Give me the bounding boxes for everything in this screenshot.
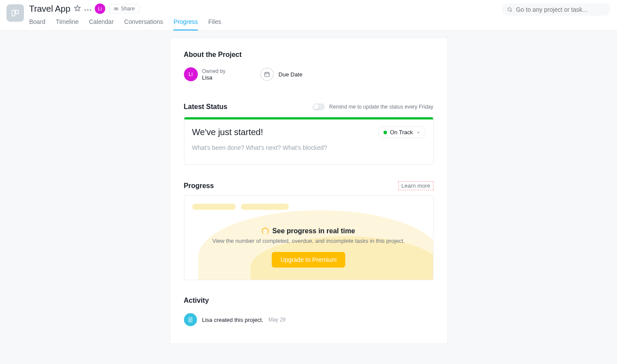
svg-line-9 [510,10,512,12]
svg-point-8 [508,8,511,11]
svg-point-6 [114,8,116,9]
reminder-row: Remind me to update the status every Fri… [313,103,433,110]
due-date-block[interactable]: Due Date [260,67,303,81]
svg-rect-10 [264,73,269,76]
tab-board[interactable]: Board [29,18,45,30]
main-card: About the Project Li Owned by Lisa Due D… [170,37,448,344]
progress-hero-title: See progress in real time [272,227,355,235]
svg-point-4 [87,10,88,11]
tab-progress[interactable]: Progress [173,18,198,30]
tab-timeline[interactable]: Timeline [56,18,78,30]
content: About the Project Li Owned by Lisa Due D… [0,31,617,361]
due-date-label: Due Date [279,71,303,78]
upgrade-button[interactable]: Upgrade to Premium [272,252,345,268]
search-input[interactable] [516,6,605,13]
progress-hero-sub: View the number of completed, overdue, a… [192,238,425,244]
activity-title: Activity [184,297,434,304]
clipboard-icon [184,313,197,326]
header-main: Travel App Li Share BoardTimelineCalenda… [29,3,502,30]
progress-header: Progress Learn more [184,181,434,190]
skeleton-bar [192,204,236,210]
learn-more-link[interactable]: Learn more [398,181,433,190]
chevron-down-icon [416,130,420,135]
activity-text: Lisa created this project. [202,317,263,323]
svg-marker-2 [74,5,80,11]
search-icon [507,7,513,13]
app-header: Travel App Li Share BoardTimelineCalenda… [0,0,617,31]
status-heading[interactable]: We've just started! [192,127,263,137]
status-pill[interactable]: On Track [379,126,425,138]
activity-row: Lisa created this project. May 29 [184,313,434,326]
calendar-icon [260,68,273,81]
about-title: About the Project [184,51,434,59]
svg-point-7 [116,8,117,9]
project-icon[interactable] [7,4,24,22]
owner-name: Lisa [202,74,226,81]
medal-icon [262,228,269,235]
member-avatar[interactable]: Li [95,3,105,14]
tab-calendar[interactable]: Calendar [89,18,114,30]
owner-avatar: Li [184,67,198,81]
svg-rect-0 [12,10,15,16]
tab-conversations[interactable]: Conversations [124,18,163,30]
more-icon[interactable] [84,5,91,12]
status-description-input[interactable]: What's been done? What's next? What's bl… [192,144,425,151]
share-button[interactable]: Share [109,4,140,13]
project-title[interactable]: Travel App [29,4,70,14]
status-pill-label: On Track [390,129,413,136]
tab-files[interactable]: Files [208,18,221,30]
activity-date: May 29 [268,317,285,323]
status-title-label: Latest Status [184,103,227,111]
reminder-toggle[interactable] [313,103,325,110]
status-header: Latest Status Remind me to update the st… [184,103,434,111]
reminder-label: Remind me to update the status every Fri… [329,104,433,110]
status-box: We've just started! On Track What's been… [184,117,434,165]
title-row: Travel App Li Share [29,3,502,14]
svg-rect-1 [16,10,19,13]
owned-by-label: Owned by [202,68,226,74]
status-dot-icon [384,131,387,134]
owner-block[interactable]: Li Owned by Lisa [184,67,226,81]
share-label: Share [121,6,135,12]
progress-title: Progress [184,182,214,190]
svg-point-3 [84,10,86,11]
skeleton-bar [241,204,289,210]
about-row: Li Owned by Lisa Due Date [184,67,434,81]
progress-box: See progress in real time View the numbe… [184,195,434,280]
skeleton-row [192,204,425,210]
progress-hero: See progress in real time View the numbe… [192,227,425,268]
tabs: BoardTimelineCalendarConversationsProgre… [29,18,502,30]
star-icon[interactable] [74,5,81,13]
search-box[interactable] [502,3,610,16]
svg-point-5 [90,10,91,11]
